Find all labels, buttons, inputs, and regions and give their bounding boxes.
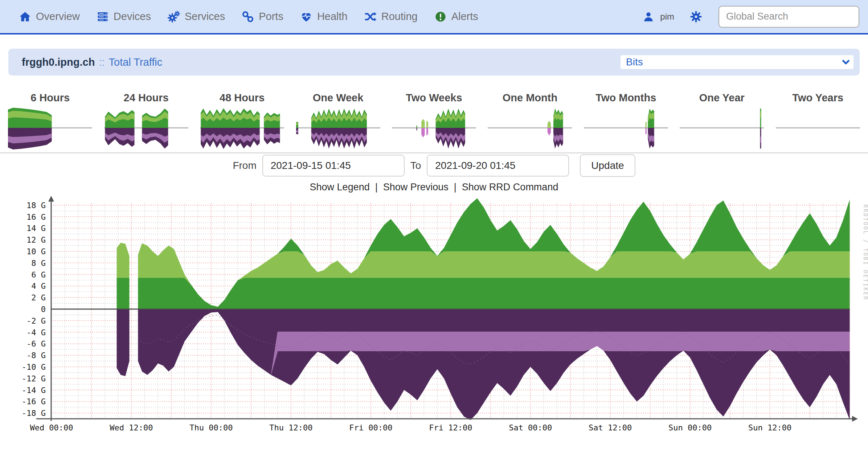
title-separator: :: — [99, 56, 105, 68]
y-axis-tick-label: 14 G — [26, 224, 46, 233]
to-label: To — [410, 160, 421, 171]
time-range-thumbnails: 6 Hours24 Hours48 HoursOne WeekTwo Weeks… — [0, 92, 868, 153]
nav-item-label: Routing — [381, 11, 418, 23]
y-axis-tick-label: 4 G — [31, 281, 46, 291]
top-navbar: OverviewDevicesServicesPortsHealthRoutin… — [0, 0, 868, 35]
alert-circle-icon — [434, 11, 447, 23]
thumbnail-two-weeks[interactable]: Two Weeks — [387, 92, 481, 153]
y-axis-tick-label: -10 G — [22, 362, 46, 372]
y-axis-tick-label: 6 G — [31, 270, 46, 279]
from-label: From — [233, 160, 256, 171]
y-axis-tick-label: -6 G — [26, 339, 46, 348]
y-axis-tick-label: 18 G — [26, 201, 46, 210]
y-axis-tick-label: 16 G — [26, 212, 46, 222]
graph-title-panel: frggh0.ipng.ch :: Total Traffic Bits — [8, 49, 860, 76]
y-axis-tick-label: 12 G — [26, 235, 46, 244]
rrdtool-watermark: RRDTOOL / TOBI OETIKER — [862, 204, 868, 301]
settings-gear-icon[interactable] — [689, 10, 703, 23]
device-hostname[interactable]: frggh0.ipng.ch — [22, 56, 95, 68]
nav-item-label: Ports — [259, 11, 283, 23]
show-previous-link[interactable]: Show Previous — [383, 182, 449, 193]
username-label: pim — [660, 12, 674, 22]
shuffle-icon — [364, 11, 377, 23]
from-date-input[interactable] — [262, 155, 405, 177]
thumbnail-label: One Month — [503, 92, 557, 104]
thumbnail-label: Two Weeks — [406, 92, 462, 104]
thumbnail-graph-6-hours — [8, 106, 92, 153]
thumbnail-label: One Week — [313, 92, 364, 104]
link-separator: | — [454, 182, 456, 193]
x-axis-tick-label: Wed 12:00 — [110, 423, 153, 432]
nav-item-label: Services — [185, 11, 225, 23]
nav-item-label: Health — [317, 11, 348, 23]
show-legend-link[interactable]: Show Legend — [310, 182, 370, 193]
to-date-input[interactable] — [427, 155, 569, 177]
nav-item-label: Overview — [36, 11, 80, 23]
y-axis-tick-label: -18 G — [22, 409, 46, 418]
unit-dropdown-value: Bits — [626, 56, 841, 68]
nav-item-routing[interactable]: Routing — [364, 11, 418, 23]
thumbnail-label: One Year — [699, 92, 745, 104]
date-range-controls: From To Update — [0, 154, 868, 177]
x-axis-tick-label: Thu 00:00 — [189, 423, 233, 432]
thumbnail-one-year[interactable]: One Year — [675, 92, 769, 153]
x-axis-tick-label: Sun 00:00 — [668, 423, 712, 432]
thumbnail-one-month[interactable]: One Month — [483, 92, 577, 153]
x-axis-tick-label: Sat 12:00 — [589, 423, 632, 432]
x-axis-tick-label: Wed 00:00 — [30, 423, 73, 432]
nav-items: OverviewDevicesServicesPortsHealthRoutin… — [19, 11, 495, 23]
link-separator: | — [375, 182, 378, 193]
y-axis-tick-label: -8 G — [26, 351, 46, 360]
y-axis-tick-label: 10 G — [26, 247, 46, 256]
nav-item-label: Devices — [114, 11, 151, 23]
thumbnail-graph-24-hours — [104, 106, 188, 153]
graph-title[interactable]: Total Traffic — [109, 56, 163, 68]
y-axis-tick-label: 8 G — [31, 259, 46, 268]
nav-item-alerts[interactable]: Alerts — [434, 11, 478, 23]
thumbnail-graph-one-month — [488, 106, 572, 153]
thumbnail-label: 48 Hours — [220, 92, 265, 104]
thumbnail-graph-one-year — [680, 106, 764, 153]
chevron-down-icon — [841, 57, 851, 67]
unit-dropdown[interactable]: Bits — [621, 55, 853, 69]
home-icon — [19, 11, 31, 23]
y-axis-tick-label: 2 G — [31, 293, 46, 302]
show-rrd-command-link[interactable]: Show RRD Command — [462, 182, 558, 193]
user-menu[interactable]: pim — [642, 11, 674, 23]
nav-item-label: Alerts — [451, 11, 478, 23]
global-search — [718, 6, 859, 28]
thumbnail-one-week[interactable]: One Week — [291, 92, 385, 153]
thumbnail-label: 6 Hours — [30, 92, 70, 104]
x-axis-tick-label: Fri 00:00 — [349, 423, 392, 432]
link-icon — [242, 11, 254, 23]
thumbnail-graph-two-years — [776, 106, 860, 153]
y-axis-tick-label: -14 G — [22, 386, 46, 395]
thumbnail-two-years[interactable]: Two Years — [771, 92, 865, 153]
thumbnail-two-months[interactable]: Two Months — [579, 92, 673, 153]
y-axis-tick-label: 0 — [41, 305, 46, 314]
devices-icon — [97, 11, 109, 23]
thumbnail-label: Two Years — [792, 92, 843, 104]
x-axis-tick-label: Sun 12:00 — [748, 423, 791, 432]
nav-item-services[interactable]: Services — [168, 11, 225, 23]
gears-icon — [168, 11, 180, 23]
nav-item-devices[interactable]: Devices — [97, 11, 151, 23]
nav-item-health[interactable]: Health — [300, 11, 348, 23]
thumbnail-6-hours[interactable]: 6 Hours — [3, 92, 97, 153]
y-axis-tick-label: -16 G — [22, 397, 46, 406]
x-axis-tick-label: Thu 12:00 — [269, 423, 312, 432]
thumbnail-graph-one-week — [296, 106, 380, 153]
nav-item-ports[interactable]: Ports — [242, 11, 283, 23]
thumbnail-graph-two-weeks — [392, 106, 476, 153]
thumbnail-48-hours[interactable]: 48 Hours — [195, 92, 289, 153]
update-button[interactable]: Update — [580, 154, 635, 177]
traffic-graph[interactable]: 18 G16 G14 G12 G10 G8 G6 G4 G2 G0-2 G-4 … — [0, 194, 868, 445]
nav-item-overview[interactable]: Overview — [19, 11, 80, 23]
y-axis-tick-label: -12 G — [22, 374, 46, 383]
y-axis-tick-label: -2 G — [26, 316, 46, 325]
thumbnail-graph-48-hours — [200, 106, 284, 153]
graph-option-links: Show Legend|Show Previous|Show RRD Comma… — [0, 182, 868, 193]
global-search-input[interactable] — [718, 6, 859, 28]
thumbnail-24-hours[interactable]: 24 Hours — [99, 92, 193, 153]
x-axis-tick-label: Fri 12:00 — [429, 423, 472, 432]
